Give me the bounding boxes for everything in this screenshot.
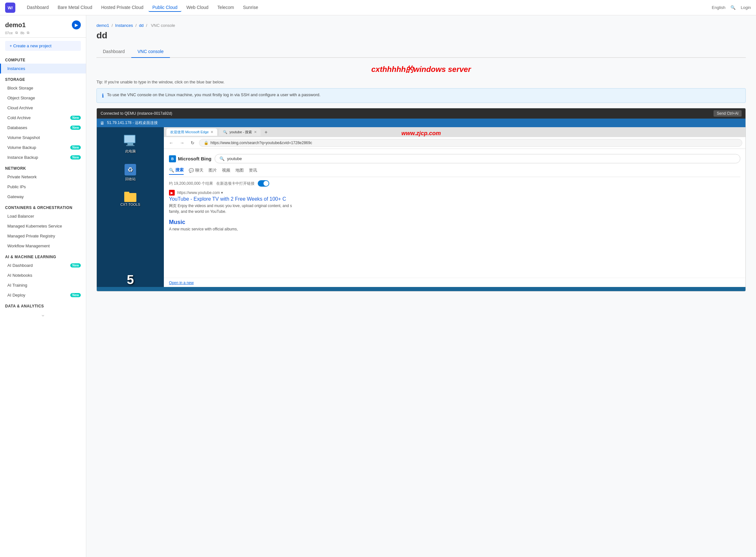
sidebar-item-ai-notebooks[interactable]: AI Notebooks [0, 270, 86, 280]
results-open-label: 在新选项卡中打开链接 [216, 181, 255, 186]
bing-tab-images[interactable]: 图片 [209, 167, 217, 175]
rdp-title: 51.79.141.178 - 远程桌面连接 [107, 120, 158, 125]
vnc-heading: cxthhhhh的windows server [96, 64, 746, 75]
sidebar-item-k8s[interactable]: Managed Kubernetes Service [0, 221, 86, 231]
nav-telecom[interactable]: Telecom [214, 3, 238, 12]
edge-tab-2[interactable]: 🔍 youtube - 搜索 ✕ [219, 128, 261, 136]
page-title: dd [96, 30, 746, 40]
nav-public-cloud[interactable]: Public Cloud [149, 3, 181, 12]
result-youtube-title[interactable]: YouTube - Explore TV with 2 Free Weeks o… [169, 196, 741, 202]
sidebar-item-ai-training[interactable]: AI Training [0, 280, 86, 290]
rdp-window: 🖥 51.79.141.178 - 远程桌面连接 www.zjcp.com [97, 119, 746, 291]
breadcrumb-dd[interactable]: dd [139, 23, 144, 28]
nav-dashboard[interactable]: Dashboard [23, 3, 53, 12]
nav-bare-metal[interactable]: Bare Metal Cloud [54, 3, 96, 12]
sidebar-item-cold-archive[interactable]: Cold Archive New [0, 113, 86, 123]
breadcrumb-instances[interactable]: Instances [115, 23, 133, 28]
project-header: demo1 ▶ [5, 21, 81, 29]
edge-forward-btn[interactable]: → [178, 140, 186, 146]
desktop-icon-cxt-tools[interactable]: CXT-TOOLS [120, 192, 140, 206]
sidebar-project: demo1 ▶ 07ce ⧉ 8b ⧉ [0, 15, 86, 38]
nav-sunrise[interactable]: Sunrise [239, 3, 262, 12]
vnc-screen[interactable]: 🖥 51.79.141.178 - 远程桌面连接 www.zjcp.com [97, 119, 746, 291]
breadcrumb-demo1[interactable]: demo1 [96, 23, 109, 28]
nav-language[interactable]: English [712, 5, 726, 10]
sidebar-item-registry[interactable]: Managed Private Registry [0, 231, 86, 241]
sidebar-item-load-balancer[interactable]: Load Balancer [0, 211, 86, 221]
edge-tab1-close[interactable]: ✕ [211, 130, 213, 134]
website-watermark: www.zjcp.com [402, 130, 441, 137]
sidebar-section-network: Network [0, 162, 86, 172]
sidebar-item-cloud-archive[interactable]: Cloud Archive [0, 103, 86, 113]
sidebar-item-instance-backup[interactable]: Instance Backup New [0, 152, 86, 162]
project-expand-btn[interactable]: ▶ [72, 21, 81, 29]
music-title[interactable]: Music [169, 219, 741, 226]
sidebar-item-object-storage[interactable]: Object Storage [0, 93, 86, 103]
tab-vnc-console[interactable]: VNC console [131, 46, 170, 58]
bing-search-bar[interactable]: 🔍 youtube [215, 154, 741, 163]
nav-hosted-private[interactable]: Hosted Private Cloud [97, 3, 147, 12]
result-youtube: ▶ https://www.youtube.com ▾ [169, 190, 741, 214]
project-id-extra-icon[interactable]: ⧉ [27, 31, 29, 35]
open-in-tab-toggle[interactable] [258, 180, 269, 187]
badge-ai-dashboard: New [70, 263, 81, 267]
sidebar-item-public-ips[interactable]: Public IPs [0, 182, 86, 192]
badge-instance-backup: New [70, 155, 81, 159]
sidebar-item-block-storage[interactable]: Block Storage [0, 83, 86, 93]
edge-tab2-close[interactable]: ✕ [254, 130, 257, 134]
desktop-icon-computer[interactable]: 此电脑 [124, 135, 137, 154]
edge-new-tab-btn[interactable]: + [262, 129, 269, 135]
result-favicon-row: ▶ https://www.youtube.com ▾ [169, 190, 741, 196]
edge-url-bar[interactable]: 🔒 https://www.bing.com/search?q=youtube&… [199, 139, 742, 147]
music-desc: A new music service with official albums… [169, 227, 741, 231]
vnc-send-ctrl-btn[interactable]: Send Ctrl+Al [714, 110, 742, 117]
sidebar-item-workflow[interactable]: Workflow Management [0, 241, 86, 251]
create-project-btn[interactable]: + Create a new project [5, 41, 81, 51]
desktop-icon-recycle[interactable]: ♻ 回收站 [125, 164, 136, 181]
project-name: demo1 [5, 22, 26, 29]
sidebar-item-instances[interactable]: Instances [0, 64, 86, 74]
project-id-suffix: 8b [21, 31, 24, 35]
edge-browser: 欢迎使用 Microsoft Edge ✕ 🔍 youtube - 搜索 ✕ + [164, 127, 746, 287]
bing-tab-maps[interactable]: 地图 [235, 167, 244, 175]
results-count: 约 19,200,000,000 个结果 [169, 181, 213, 186]
bing-tab-search[interactable]: 🔍 搜索 [169, 167, 184, 175]
bing-tab-news[interactable]: 资讯 [249, 167, 257, 175]
sidebar-item-gateway[interactable]: Gateway [0, 192, 86, 202]
rdp-titlebar: 🖥 51.79.141.178 - 远程桌面连接 [97, 119, 746, 127]
project-id-copy-icon[interactable]: ⧉ [15, 31, 18, 35]
open-in-new-btn[interactable]: Open in a new [169, 281, 194, 285]
edge-back-btn[interactable]: ← [167, 140, 175, 146]
sidebar-section-containers: Containers & Orchestration [0, 202, 86, 211]
desktop-label-recycle: 回收站 [125, 177, 136, 181]
breadcrumb-current: VNC console [151, 23, 175, 28]
sidebar-scroll-down[interactable]: ⌄ [0, 310, 86, 319]
edge-tab-1[interactable]: 欢迎使用 Microsoft Edge ✕ [166, 128, 217, 136]
recycle-icon: ♻ [125, 164, 136, 175]
tab-dashboard[interactable]: Dashboard [96, 46, 131, 58]
result-youtube-desc: 网页 Enjoy the videos and music you love, … [169, 203, 741, 214]
logo[interactable]: W/ [5, 3, 15, 13]
sidebar-item-ai-dashboard[interactable]: AI Dashboard New [0, 260, 86, 270]
nav-login[interactable]: Login [741, 5, 751, 10]
desktop-area: 此电脑 ♻ 回收站 [97, 127, 164, 287]
sidebar-section-ai: AI & Machine Learning [0, 251, 86, 260]
sidebar: demo1 ▶ 07ce ⧉ 8b ⧉ + Create a new proje… [0, 15, 86, 557]
sidebar-item-databases[interactable]: Databases New [0, 123, 86, 133]
sidebar-item-volume-backup[interactable]: Volume Backup New [0, 143, 86, 152]
bing-tab-chat[interactable]: 💬 聊天 [189, 167, 203, 175]
bing-tab-search-icon: 🔍 [169, 168, 174, 173]
music-section: Music A new music service with official … [169, 219, 741, 231]
sidebar-item-volume-snapshot[interactable]: Volume Snapshot [0, 133, 86, 143]
nav-web-cloud[interactable]: Web Cloud [183, 3, 212, 12]
page-tabs: Dashboard VNC console [96, 46, 746, 58]
app-layout: demo1 ▶ 07ce ⧉ 8b ⧉ + Create a new proje… [0, 0, 756, 557]
nav-search-icon[interactable]: 🔍 [730, 5, 735, 10]
sidebar-section-data: Data & Analytics [0, 300, 86, 310]
sidebar-item-private-network[interactable]: Private Network [0, 172, 86, 182]
info-banner-text: To use the VNC console on the Linux mach… [107, 92, 320, 97]
edge-refresh-btn[interactable]: ↻ [189, 140, 196, 146]
bing-tab-videos[interactable]: 视频 [222, 167, 230, 175]
rdp-body: 此电脑 ♻ 回收站 [97, 127, 746, 287]
sidebar-item-ai-deploy[interactable]: AI Deploy New [0, 290, 86, 300]
